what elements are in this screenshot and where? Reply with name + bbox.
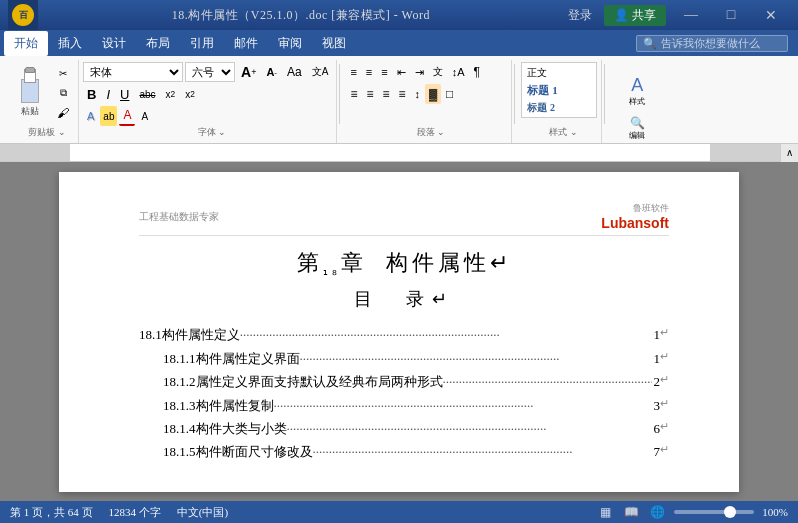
style-gallery: 正文 标题 1 标题 2 — [521, 62, 597, 118]
toc-entry-dots: ········································… — [287, 417, 652, 440]
search-icon: 🔍 — [643, 37, 657, 50]
menu-item-mail[interactable]: 邮件 — [224, 31, 268, 56]
char-spacing-button[interactable]: A — [137, 106, 152, 126]
paste-button[interactable]: 粘贴 — [10, 62, 50, 124]
status-bar: 第 1 页，共 64 页 12834 个字 中文(中国) ▦ 📖 🌐 100% — [0, 501, 798, 523]
align-left-button[interactable]: ≡ — [346, 84, 361, 104]
style-normal[interactable]: 正文 — [524, 65, 594, 81]
print-layout-btn[interactable]: ▦ — [596, 503, 614, 521]
header-brand-label: 鲁班软件 — [601, 202, 669, 215]
italic-button[interactable]: I — [102, 84, 114, 104]
styles-label: 样式 — [629, 96, 645, 107]
search-input[interactable] — [661, 37, 781, 49]
toc-newline: ↵ — [660, 347, 669, 370]
style-heading2[interactable]: 标题 2 — [524, 100, 594, 116]
chapter-title: 第₁₈章 构件属性↵ — [139, 248, 669, 279]
menu-item-references[interactable]: 引用 — [180, 31, 224, 56]
toc-entry: 18.1.2属性定义界面支持默认及经典布局两种形式 ··············… — [163, 370, 669, 393]
line-spacing-button[interactable]: ↕ — [410, 84, 424, 104]
ruler-toggle-button[interactable]: ∧ — [780, 144, 798, 162]
editing-group: A 样式 🔍 编辑 — [607, 60, 667, 143]
subscript-button[interactable]: x2 — [162, 84, 180, 104]
shading-button[interactable]: ▓ — [425, 84, 441, 104]
clipboard-group-label: 剪贴板 ⌄ — [10, 126, 84, 139]
document-title: 18.构件属性（V25.1.0）.doc [兼容模式] - Word — [42, 7, 560, 24]
toc-entry-page: 1 — [652, 323, 661, 346]
multilevel-button[interactable]: ≡ — [377, 62, 391, 82]
font-grow-button[interactable]: A+ — [237, 62, 260, 82]
zoom-thumb[interactable] — [724, 506, 736, 518]
menu-item-layout[interactable]: 布局 — [136, 31, 180, 56]
highlight-button[interactable]: ab — [100, 106, 117, 126]
ruler-area: ∧ — [0, 144, 798, 162]
toc-entry: 18.1.1构件属性定义界面 ·························… — [163, 347, 669, 370]
toc-entry-text: 18.1.3构件属性复制 — [163, 394, 274, 417]
read-mode-btn[interactable]: 📖 — [622, 503, 640, 521]
clear-format-button[interactable]: Aa — [283, 62, 306, 82]
show-hide-button[interactable]: ¶ — [469, 62, 483, 82]
toc-newline: ↵ — [660, 440, 669, 463]
strikethrough-button[interactable]: abc — [135, 84, 159, 104]
clipboard-group: 粘贴 ✂ ⧉ 🖌 剪贴板 ⌄ — [4, 60, 79, 143]
app-logo: 百 — [8, 0, 38, 30]
ribbon-toolbar: 粘贴 ✂ ⧉ 🖌 剪贴板 ⌄ 宋体 六号 五号 四号 三号 A+ A- Aa 文… — [0, 56, 798, 144]
font-family-selector[interactable]: 宋体 — [83, 62, 183, 82]
toc-entry: 18.1.4构件大类与小类 ··························… — [163, 417, 669, 440]
close-button[interactable]: ✕ — [752, 4, 790, 26]
menu-item-start[interactable]: 开始 — [4, 31, 48, 56]
underline-button[interactable]: U — [116, 84, 133, 104]
style-heading1[interactable]: 标题 1 — [524, 82, 594, 99]
header-left-text: 工程基础数据专家 — [139, 210, 219, 224]
search-box[interactable]: 🔍 — [636, 35, 788, 52]
justify-button[interactable]: ≡ — [394, 84, 409, 104]
share-icon: 👤 — [614, 8, 629, 22]
font-shrink-button[interactable]: A- — [262, 62, 281, 82]
menu-item-design[interactable]: 设计 — [92, 31, 136, 56]
language: 中文(中国) — [177, 505, 228, 520]
bold-button[interactable]: B — [83, 84, 100, 104]
header-brand-name: Lubansoft — [601, 215, 669, 231]
minimize-button[interactable]: — — [672, 4, 710, 26]
toc-entry-text: 18.1.2属性定义界面支持默认及经典布局两种形式 — [163, 370, 443, 393]
text-effect-button[interactable]: A — [83, 106, 98, 126]
increase-indent-button[interactable]: ⇥ — [411, 62, 428, 82]
copy-button[interactable]: ⧉ — [54, 84, 72, 102]
cut-button[interactable]: ✂ — [54, 64, 72, 82]
login-button[interactable]: 登录 — [560, 5, 600, 26]
zoom-slider[interactable] — [674, 510, 754, 514]
bullets-button[interactable]: ≡ — [346, 62, 360, 82]
styles-pane-button[interactable]: A 样式 — [612, 66, 662, 116]
menu-item-view[interactable]: 视图 — [312, 31, 356, 56]
align-center-button[interactable]: ≡ — [362, 84, 377, 104]
toc-entry-dots: ········································… — [274, 394, 652, 417]
paragraph-group-label: 段落 ⌄ — [346, 126, 515, 139]
clipboard-mini-buttons: ✂ ⧉ 🖌 — [54, 64, 72, 122]
decrease-indent-button[interactable]: ⇤ — [393, 62, 410, 82]
styles-big-icon: A — [631, 75, 643, 96]
toc-newline: ↵ — [660, 394, 669, 417]
font-color-button[interactable]: A — [119, 106, 135, 126]
share-button[interactable]: 👤 共享 — [604, 5, 666, 26]
borders-button[interactable]: □ — [442, 84, 457, 104]
superscript-button[interactable]: x2 — [181, 84, 199, 104]
menu-item-review[interactable]: 审阅 — [268, 31, 312, 56]
toc-entry-text: 18.1.1构件属性定义界面 — [163, 347, 300, 370]
header-right-brand: 鲁班软件 Lubansoft — [601, 202, 669, 231]
chinese-layout-button[interactable]: 文 — [429, 62, 447, 82]
numbering-button[interactable]: ≡ — [362, 62, 376, 82]
menu-item-insert[interactable]: 插入 — [48, 31, 92, 56]
styles-group: 正文 标题 1 标题 2 样式 ⌄ — [517, 60, 602, 143]
find-button[interactable]: 🔍 编辑 — [612, 118, 662, 138]
font-size-selector[interactable]: 六号 五号 四号 三号 — [185, 62, 235, 82]
change-case-button[interactable]: 文A — [308, 62, 333, 82]
toc-entry-text: 18.1.4构件大类与小类 — [163, 417, 287, 440]
align-right-button[interactable]: ≡ — [378, 84, 393, 104]
sort-button[interactable]: ↕A — [448, 62, 469, 82]
toc-entry-text: 18.1构件属性定义 — [139, 323, 240, 346]
toc-entry-dots: ········································… — [300, 347, 652, 370]
web-layout-btn[interactable]: 🌐 — [648, 503, 666, 521]
maximize-button[interactable]: □ — [712, 4, 750, 26]
toc-entry-page: 6 — [652, 417, 661, 440]
document-area[interactable]: 工程基础数据专家 鲁班软件 Lubansoft 第₁₈章 构件属性↵ 目 录↵ … — [0, 162, 798, 501]
format-painter-button[interactable]: 🖌 — [54, 104, 72, 122]
